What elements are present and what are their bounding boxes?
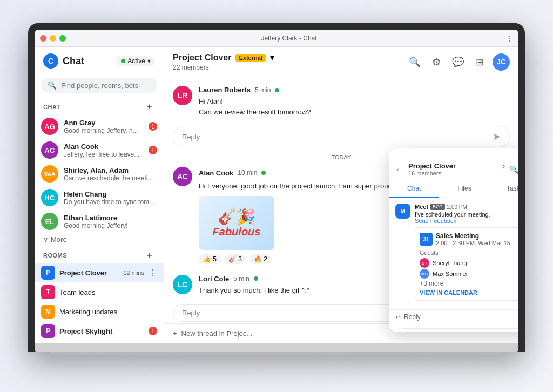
main-content: Project Clover External ▾ 22 members 🔍 ⚙… bbox=[164, 47, 518, 343]
msg-avatar-lori: LC bbox=[173, 275, 192, 294]
online-indicator bbox=[275, 88, 279, 92]
main-header: Project Clover External ▾ 22 members 🔍 ⚙… bbox=[164, 47, 518, 77]
mobile-bot-msg-content: Meet BOT 2:00 PM I've scheduled your mee… bbox=[415, 204, 518, 304]
gif-image: 🎸🎉 Fabulous bbox=[199, 196, 274, 250]
room-item-project-clover[interactable]: P Project Clover 12 mins ⋮ bbox=[35, 263, 164, 282]
room-item-yoga[interactable]: Y Yoga and Relaxation bbox=[35, 341, 164, 343]
gif-text: Fabulous bbox=[213, 226, 261, 238]
close-button[interactable] bbox=[40, 35, 46, 42]
unread-badge: 1 bbox=[149, 146, 157, 154]
msg-avatar-alan: AC bbox=[173, 167, 192, 186]
mobile-tabs: Chat Files Tasks bbox=[389, 180, 518, 198]
chat-preview: Can we reschedule the meeti... bbox=[64, 174, 157, 182]
avatar-shirley: SAA bbox=[41, 165, 58, 183]
settings-button[interactable]: ⚙ bbox=[428, 53, 445, 71]
minimize-button[interactable] bbox=[50, 35, 56, 42]
search-button[interactable]: 🔍 bbox=[406, 53, 423, 71]
tab-tasks[interactable]: Tasks bbox=[490, 180, 518, 198]
search-input[interactable] bbox=[61, 82, 151, 90]
more-chats-toggle[interactable]: ∨ More bbox=[35, 233, 164, 246]
user-avatar[interactable]: JC bbox=[493, 53, 510, 71]
reply-box-1[interactable]: ➤ bbox=[173, 126, 510, 147]
chat-info-shirley: Shirley, Alan, Adam Can we reschedule th… bbox=[64, 166, 157, 182]
tab-chat[interactable]: Chat bbox=[389, 180, 439, 198]
guest-avatar-sheryll: ST bbox=[420, 258, 429, 268]
mobile-reply-label: Reply bbox=[404, 313, 421, 321]
calendar-event-details: Sales Meeting 2:00 - 2:30 PM, Wed Mar 15 bbox=[436, 232, 510, 246]
maximize-button[interactable] bbox=[59, 35, 66, 42]
plus-icon: + bbox=[173, 329, 177, 337]
more-guests: +3 more bbox=[420, 280, 518, 287]
chat-section-label: CHAT bbox=[43, 104, 60, 110]
mobile-room-info: Project Clover › 16 members bbox=[408, 162, 505, 177]
new-thread-label: New thread in Projec... bbox=[181, 329, 253, 337]
chat-item-ann-gray[interactable]: AG Ann Gray Good morning Jeffery, h... 1 bbox=[35, 114, 164, 138]
more-label: More bbox=[51, 235, 67, 244]
reply-input-1[interactable] bbox=[182, 133, 493, 141]
send-icon[interactable]: ➤ bbox=[493, 131, 501, 143]
msg-sender-name: Alan Cook bbox=[199, 169, 233, 177]
mobile-reply-bar[interactable]: ↩ Reply bbox=[389, 309, 518, 324]
chat-item-helen[interactable]: HC Helen Chang Do you have time to sync … bbox=[35, 186, 164, 209]
chat-name: Alan Cook bbox=[64, 143, 143, 151]
chat-item-alan-cook[interactable]: AC Alan Cook Jeffery, feel free to leave… bbox=[35, 138, 164, 162]
title-bar: Jeffery Clark - Chat ⋮ bbox=[35, 30, 518, 47]
mobile-search-icon[interactable]: 🔍 bbox=[509, 165, 518, 174]
mobile-bot-feedback-link[interactable]: Send Feedback bbox=[415, 218, 518, 224]
view-in-calendar-link[interactable]: VIEW IN CALENDAR bbox=[420, 289, 518, 296]
guest-item-sheryll: ST Sheryll Tiang bbox=[420, 258, 518, 268]
rooms-section-header: ROOMS + bbox=[35, 246, 164, 263]
online-indicator bbox=[261, 171, 266, 175]
room-title: Project Clover bbox=[173, 53, 231, 63]
apps-button[interactable]: ⊞ bbox=[471, 53, 488, 71]
chat-info-helen: Helen Chang Do you have time to sync tom… bbox=[64, 190, 157, 206]
mobile-chevron-icon: › bbox=[503, 163, 505, 170]
chat-item-shirley[interactable]: SAA Shirley, Alan, Adam Can we reschedul… bbox=[35, 162, 164, 186]
status-chevron: ▾ bbox=[147, 57, 151, 65]
room-item-marketing[interactable]: M Marketing updates bbox=[35, 302, 164, 321]
mobile-bot-msg-header: Meet BOT 2:00 PM bbox=[415, 204, 518, 210]
event-time: 2:00 - 2:30 PM, Wed Mar 15 bbox=[436, 240, 510, 246]
mobile-bot-avatar: M bbox=[395, 204, 410, 219]
chat-info-ethan: Ethan Lattimore Good morning Jeffery! bbox=[64, 214, 157, 229]
guests-section: Guests ST Sheryll Tiang MS Max Sommer bbox=[420, 249, 518, 296]
reaction-fire[interactable]: 🔥 2 bbox=[249, 254, 272, 264]
room-name: Team leads bbox=[59, 288, 157, 296]
calendar-icon: 31 bbox=[420, 233, 433, 246]
room-dropdown-icon[interactable]: ▾ bbox=[270, 52, 274, 63]
mobile-new-thread-button[interactable]: + New thread bbox=[395, 328, 518, 332]
status-dot bbox=[121, 59, 125, 63]
svg-text:C: C bbox=[48, 57, 53, 65]
reaction-guitar[interactable]: 🎸 3 bbox=[224, 254, 246, 264]
room-item-project-skylight[interactable]: P Project Skylight 1 bbox=[35, 321, 164, 341]
room-options-icon[interactable]: ⋮ bbox=[149, 268, 157, 278]
online-indicator bbox=[254, 276, 258, 281]
calendar-event-header: 31 Sales Meeting 2:00 - 2:30 PM, Wed Mar… bbox=[420, 232, 518, 246]
room-name: Marketing updates bbox=[59, 308, 157, 316]
room-item-team-leads[interactable]: T Team leads bbox=[35, 282, 164, 302]
msg-content-lauren: Lauren Roberts 5 min Hi Alan!Can we revi… bbox=[199, 86, 510, 117]
message-block-lauren: LR Lauren Roberts 5 min Hi Alan!Can we r… bbox=[173, 86, 510, 117]
mobile-phone-overlay: ▪ ▪ ▪ ▲ ← Project Clover › 16 members bbox=[389, 148, 518, 332]
add-room-button[interactable]: + bbox=[144, 250, 155, 261]
mobile-status-bar: ▪ ▪ ▪ ▲ bbox=[389, 148, 518, 159]
guest-avatar-max: MS bbox=[420, 269, 429, 279]
reaction-thumbsup[interactable]: 👍 5 bbox=[199, 254, 221, 264]
laptop-screen: Jeffery Clark - Chat ⋮ C Chat A bbox=[35, 30, 518, 343]
guest-name-max: Max Sommer bbox=[433, 271, 468, 277]
tab-files[interactable]: Files bbox=[439, 180, 489, 198]
status-badge[interactable]: Active ▾ bbox=[117, 56, 155, 66]
room-avatar-team-leads: T bbox=[41, 285, 55, 299]
chat-icon-button[interactable]: 💬 bbox=[449, 53, 467, 71]
room-title-row: Project Clover External ▾ bbox=[173, 52, 406, 63]
chat-item-ethan[interactable]: EL Ethan Lattimore Good morning Jeffery! bbox=[35, 209, 164, 233]
avatar-helen: HC bbox=[41, 189, 58, 206]
mobile-back-button[interactable]: ← bbox=[395, 165, 404, 174]
sidebar-header: C Chat Active ▾ bbox=[35, 47, 164, 73]
msg-time: 5 min bbox=[233, 275, 249, 282]
mobile-room-name: Project Clover bbox=[408, 162, 501, 170]
add-chat-button[interactable]: + bbox=[144, 102, 155, 112]
chat-name: Ethan Lattimore bbox=[64, 214, 157, 222]
search-bar[interactable]: 🔍 bbox=[41, 78, 157, 93]
window-more-icon[interactable]: ⋮ bbox=[505, 34, 513, 43]
